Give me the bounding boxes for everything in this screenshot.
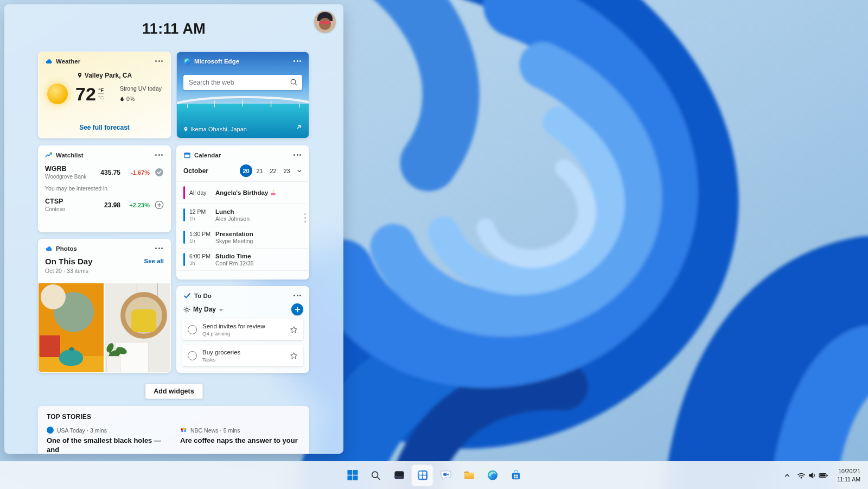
chevron-down-icon[interactable] <box>297 168 302 174</box>
tray-overflow-button[interactable] <box>781 465 794 486</box>
todo-task[interactable]: Send invites for review Q4 planning <box>182 319 303 340</box>
event-title: Studio Time <box>215 253 303 259</box>
taskbar-start-button[interactable] <box>342 465 363 486</box>
weather-more-button[interactable] <box>153 57 165 65</box>
weather-main: 72 °F °C Strong UV today 0% <box>39 84 170 104</box>
news-story[interactable]: USA Today · 3 mins One of the smallest b… <box>47 427 167 454</box>
event-title: Presentation <box>215 231 303 237</box>
event-duration: 1h <box>189 238 215 244</box>
edge-widget[interactable]: Microsoft Edge Ikema Ohashi, Japan <box>176 52 309 138</box>
todo-check-icon <box>183 292 191 300</box>
see-all-link[interactable]: See all <box>144 257 164 264</box>
usa-today-logo-icon <box>47 427 54 434</box>
taskbar-task-view-button[interactable] <box>388 465 410 486</box>
weather-header: Weather <box>39 52 170 65</box>
story-headline: One of the smallest black holes — and <box>47 436 167 454</box>
stock-price: 23.98 <box>90 201 120 209</box>
unit-fahrenheit[interactable]: °F <box>98 87 104 94</box>
stock-price: 435.75 <box>90 169 120 176</box>
panel-clock: 11:11 AM <box>4 21 343 37</box>
calendar-day[interactable]: 23 <box>280 164 293 177</box>
location-pin-icon <box>77 72 82 79</box>
photos-cloud-icon <box>45 245 53 252</box>
watchlist-row[interactable]: CTSP Contoso 23.98 +2.23% <box>39 198 170 212</box>
task-star-icon[interactable] <box>290 352 298 360</box>
todo-widget[interactable]: To Do My Day Send invites for review Q4 <box>176 286 309 373</box>
task-checkbox[interactable] <box>188 325 197 334</box>
calendar-event[interactable]: 6:00 PM 3h Studio Time Conf Rm 32/35 <box>177 249 309 271</box>
watchlist-row[interactable]: WGRB Woodgrove Bank 435.75 -1.67% <box>39 165 170 180</box>
taskbar-edge-button[interactable] <box>482 465 503 486</box>
photo-thumbnail[interactable] <box>105 283 170 372</box>
photos-header: Photos <box>39 239 170 252</box>
taskbar-store-button[interactable] <box>505 465 527 486</box>
event-time: 12 PM <box>189 208 215 215</box>
open-external-icon[interactable] <box>296 123 302 132</box>
task-subtitle: Q4 planning <box>202 331 290 336</box>
calendar-widget[interactable]: Calendar October 20 21 22 23 All day <box>176 145 309 280</box>
photo-thumbnail[interactable] <box>39 283 104 372</box>
watchlist-add-plus-icon[interactable] <box>155 200 164 209</box>
watchlist-widget[interactable]: Watchlist WGRB Woodgrove Bank 435.75 -1.… <box>38 145 171 232</box>
add-task-button[interactable] <box>291 303 303 315</box>
event-time: 6:00 PM <box>189 253 215 259</box>
event-subtitle: Alex Johnson <box>215 215 303 222</box>
weather-details: Strong UV today 0% <box>120 85 162 103</box>
tray-network-volume-battery[interactable] <box>794 465 832 486</box>
taskbar-clock[interactable]: 10/20/21 11:11 AM <box>832 465 866 486</box>
calendar-more-button[interactable] <box>291 151 303 159</box>
calendar-day-selected[interactable]: 20 <box>240 164 252 177</box>
watchlist-added-check-icon[interactable] <box>155 168 164 177</box>
taskbar-file-explorer-button[interactable] <box>458 465 480 486</box>
unit-toggle[interactable]: °F °C <box>98 87 104 100</box>
edge-photo-caption: Ikema Ohashi, Japan <box>190 126 247 132</box>
photos-widget[interactable]: Photos On This Day Oct 20 · 33 items See… <box>38 239 171 373</box>
avatar[interactable] <box>314 11 336 33</box>
photos-more-button[interactable] <box>153 244 165 252</box>
taskbar-date: 10/20/21 <box>837 467 860 475</box>
see-full-forecast-link[interactable]: See full forecast <box>39 124 170 131</box>
task-star-icon[interactable] <box>290 326 298 334</box>
add-widgets-button[interactable]: Add widgets <box>145 384 202 399</box>
todo-task[interactable]: Buy groceries Tasks <box>182 345 303 366</box>
location-pin-icon <box>183 126 188 132</box>
event-time: 1:30 PM <box>189 231 215 237</box>
watchlist-header: Watchlist <box>39 146 170 159</box>
on-this-day-heading: On This Day <box>45 257 93 266</box>
unit-celsius[interactable]: °C <box>98 94 104 100</box>
todo-more-button[interactable] <box>291 291 303 300</box>
event-title: Angela's Birthday <box>215 189 268 196</box>
watchlist-more-button[interactable] <box>153 151 165 159</box>
news-story[interactable]: NBC News · 5 mins Are coffee naps the an… <box>180 427 301 454</box>
photos-subheader: On This Day Oct 20 · 33 items See all <box>39 252 170 274</box>
task-title: Send invites for review <box>202 323 290 329</box>
taskbar-search-button[interactable] <box>365 465 387 486</box>
taskbar-time: 11:11 AM <box>837 475 860 484</box>
event-color-bar <box>183 186 185 199</box>
calendar-event[interactable]: 12 PM 1h Lunch Alex Johnson <box>177 204 309 226</box>
calendar-scroll-indicator[interactable] <box>304 213 306 223</box>
calendar-event[interactable]: 1:30 PM 1h Presentation Skype Meeting <box>177 226 309 249</box>
todo-list-selector[interactable]: My Day <box>177 300 309 319</box>
birthday-cake-icon <box>270 190 276 196</box>
calendar-day[interactable]: 21 <box>253 164 266 177</box>
calendar-date-strip: October 20 21 22 23 <box>177 159 309 182</box>
todo-list-label: My Day <box>193 306 216 313</box>
edge-more-button[interactable] <box>291 57 303 65</box>
stock-chart-icon <box>45 151 53 159</box>
weather-widget[interactable]: Weather Valley Park, CA 72 °F °C Strong … <box>38 52 171 138</box>
search-the-web-input[interactable] <box>183 75 302 90</box>
event-subtitle: Skype Meeting <box>215 238 303 244</box>
edge-header: Microsoft Edge <box>177 52 309 65</box>
stock-name: Woodgrove Bank <box>45 174 90 180</box>
search-icon[interactable] <box>290 78 298 88</box>
battery-icon <box>819 471 828 480</box>
top-stories-card: TOP STORIES USA Today · 3 mins One of th… <box>38 406 309 454</box>
taskbar-widgets-button[interactable] <box>412 465 433 486</box>
calendar-event[interactable]: All day Angela's Birthday <box>177 182 309 204</box>
weather-location: Valley Park, CA <box>85 72 132 79</box>
calendar-day[interactable]: 22 <box>267 164 279 177</box>
file-explorer-icon <box>463 469 475 481</box>
taskbar-chat-button[interactable] <box>435 465 457 486</box>
task-checkbox[interactable] <box>188 351 197 360</box>
